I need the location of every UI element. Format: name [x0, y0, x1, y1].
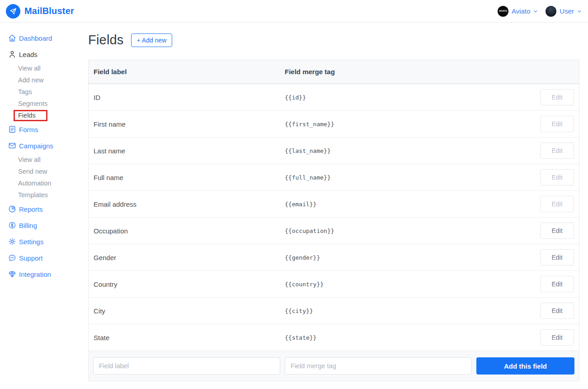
sidebar-item-billing[interactable]: Billing	[0, 217, 88, 233]
sidebar-item-support[interactable]: Support	[0, 250, 88, 266]
sidebar-item-leads-add-new[interactable]: Add new	[0, 74, 88, 86]
sidebar-item-reports[interactable]: Reports	[0, 201, 88, 217]
table-row: First name {{first_name}} Edit	[89, 110, 579, 137]
sidebar-item-automation[interactable]: Automation	[0, 177, 88, 189]
field-label: ID	[94, 94, 285, 101]
user-avatar	[546, 6, 556, 17]
main-content: Fields + Add new Field label Field merge…	[88, 23, 588, 381]
sidebar-item-fields[interactable]: Fields	[0, 109, 88, 121]
field-merge-tag: {{country}}	[285, 281, 530, 288]
field-label: Country	[94, 280, 285, 288]
sidebar-item-forms[interactable]: Forms	[0, 121, 88, 138]
field-merge-tag: {{id}}	[285, 94, 530, 101]
sidebar-item-integration[interactable]: Integration	[0, 266, 88, 282]
sidebar-item-send-new[interactable]: Send new	[0, 166, 88, 177]
table-row: Last name {{last_name}} Edit	[89, 137, 579, 164]
fields-table: Field label Field merge tag ID {{id}} Ed…	[88, 60, 579, 381]
field-label: Gender	[94, 254, 285, 261]
sidebar-item-tags[interactable]: Tags	[0, 86, 88, 98]
table-row: Occupation {{occupation}} Edit	[89, 217, 579, 244]
edit-button: Edit	[540, 169, 574, 185]
sidebar-item-label: Dashboard	[19, 34, 52, 42]
chevron-down-icon	[533, 9, 538, 14]
add-this-field-button[interactable]: Add this field	[476, 357, 574, 375]
add-new-button[interactable]: + Add new	[131, 33, 173, 47]
field-label: Last name	[94, 147, 285, 155]
sidebar-item-label: Support	[19, 254, 43, 262]
chat-bubble-icon	[8, 254, 16, 262]
sidebar-item-label: Billing	[19, 222, 37, 229]
table-header-row: Field label Field merge tag	[89, 60, 579, 84]
account-menu[interactable]: AVIATO Aviato	[498, 6, 538, 17]
mailbluster-logo[interactable]	[6, 4, 20, 19]
page-title: Fields	[88, 33, 124, 47]
table-row: Country {{country}} Edit	[89, 270, 579, 297]
field-label: State	[94, 334, 285, 342]
sidebar-item-leads-view-all[interactable]: View all	[0, 62, 88, 74]
edit-button[interactable]: Edit	[540, 303, 574, 319]
add-field-form: Add this field	[89, 351, 579, 381]
field-label: Email address	[94, 200, 285, 208]
gear-icon	[8, 237, 16, 246]
sidebar-item-leads[interactable]: Leads	[0, 46, 88, 62]
edit-button[interactable]: Edit	[540, 249, 574, 266]
table-row: ID {{id}} Edit	[89, 84, 579, 110]
table-row: Gender {{gender}} Edit	[89, 244, 579, 270]
sidebar-item-label: Integration	[19, 270, 51, 278]
gem-icon	[8, 270, 16, 278]
field-merge-tag: {{last_name}}	[285, 147, 530, 154]
paper-plane-icon	[9, 8, 17, 15]
field-merge-tag: {{full_name}}	[285, 174, 530, 181]
field-label: Occupation	[94, 227, 285, 235]
edit-button: Edit	[540, 89, 574, 105]
table-row: Full name {{full_name}} Edit	[89, 164, 579, 190]
topbar-right: AVIATO Aviato User	[493, 6, 582, 17]
edit-button: Edit	[540, 196, 574, 212]
sidebar-item-label: Forms	[19, 126, 38, 133]
person-icon	[8, 50, 16, 58]
user-menu-label: User	[560, 7, 574, 15]
field-merge-tag: {{occupation}}	[285, 228, 530, 234]
field-label: City	[94, 307, 285, 315]
edit-button[interactable]: Edit	[540, 223, 574, 239]
top-navbar: MailBluster AVIATO Aviato User	[0, 0, 588, 23]
sidebar-item-dashboard[interactable]: Dashboard	[0, 30, 88, 46]
field-merge-tag: {{city}}	[285, 308, 530, 314]
edit-button[interactable]: Edit	[540, 329, 574, 346]
dollar-circle-icon	[8, 221, 16, 229]
field-label: Full name	[94, 174, 285, 181]
sidebar-item-templates[interactable]: Templates	[0, 189, 88, 201]
table-row: Email address {{email}} Edit	[89, 190, 579, 217]
home-icon	[8, 34, 16, 42]
sidebar-item-campaigns-view-all[interactable]: View all	[0, 154, 88, 166]
field-label-input[interactable]	[93, 357, 280, 375]
account-avatar: AVIATO	[498, 6, 508, 17]
field-merge-tag: {{state}}	[285, 334, 530, 341]
sidebar-item-settings[interactable]: Settings	[0, 233, 88, 250]
sidebar-item-label: Settings	[19, 238, 43, 246]
field-label: First name	[94, 120, 285, 128]
sidebar-item-segments[interactable]: Segments	[0, 98, 88, 109]
pie-chart-icon	[8, 205, 16, 213]
sidebar: Dashboard Leads View all Add new Tags Se…	[0, 23, 88, 282]
sidebar-item-label: Leads	[19, 51, 38, 58]
field-merge-tag-input[interactable]	[285, 357, 472, 375]
edit-button: Edit	[540, 142, 574, 159]
form-icon	[8, 125, 16, 133]
column-header-field-merge-tag: Field merge tag	[285, 68, 530, 76]
user-menu[interactable]: User	[546, 6, 582, 17]
field-merge-tag: {{first_name}}	[285, 121, 530, 128]
chevron-down-icon	[577, 9, 582, 14]
envelope-icon	[8, 142, 16, 150]
edit-button: Edit	[540, 116, 574, 132]
brand-name[interactable]: MailBluster	[24, 6, 74, 16]
field-merge-tag: {{email}}	[285, 201, 530, 208]
field-merge-tag: {{gender}}	[285, 254, 530, 261]
sidebar-item-label: Reports	[19, 205, 43, 213]
table-row: State {{state}} Edit	[89, 324, 579, 351]
fields-highlight-box: Fields	[14, 110, 47, 121]
table-row: City {{city}} Edit	[89, 297, 579, 324]
column-header-field-label: Field label	[94, 68, 285, 76]
edit-button[interactable]: Edit	[540, 276, 574, 292]
sidebar-item-campaigns[interactable]: Campaigns	[0, 138, 88, 154]
